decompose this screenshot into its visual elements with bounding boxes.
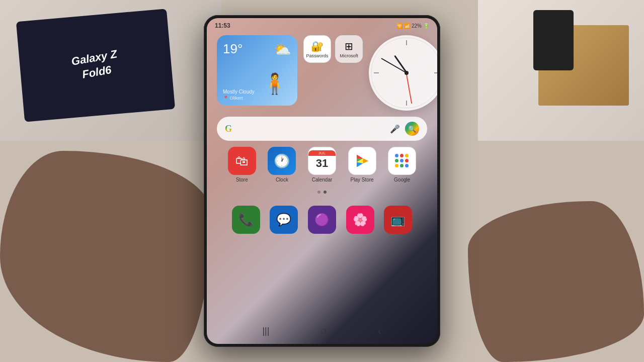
phone-outer-frame: 11:53 🛜 📶 22% 🔋 19° ⛅ 🧍 Mo: [204, 15, 440, 347]
page-dot-1[interactable]: [317, 191, 320, 194]
clock-app[interactable]: 🕐 Clock: [264, 147, 300, 183]
google-app[interactable]: Google: [384, 147, 420, 183]
petal-app[interactable]: 🌸: [342, 206, 378, 234]
recents-nav-icon[interactable]: |||: [262, 326, 269, 336]
gdot-9: [405, 164, 409, 167]
small-widget-row: 🔐 Passwords ⊞ Microsoft: [303, 35, 363, 63]
phone-app[interactable]: 📞: [228, 206, 264, 234]
gdot-7: [395, 164, 398, 167]
clock-app-label: Clock: [276, 177, 288, 183]
left-hand: [0, 151, 211, 362]
gdot-2: [400, 154, 404, 157]
gdot-8: [400, 164, 404, 167]
playstore-icon-svg: [355, 153, 370, 168]
store-app-label: Store: [236, 177, 248, 183]
weather-description: Mostly Cloudy: [223, 89, 255, 95]
phone-screen: 11:53 🛜 📶 22% 🔋 19° ⛅ 🧍 Mo: [207, 18, 437, 344]
search-input[interactable]: [237, 124, 385, 133]
weather-widget[interactable]: 19° ⛅ 🧍 Mostly Cloudy 📍 Olikert: [217, 35, 297, 106]
page-dot-2[interactable]: [324, 191, 327, 194]
store-icon-glyph: 🛍: [235, 153, 249, 169]
gdot-6: [405, 159, 409, 162]
home-content: 19° ⛅ 🧍 Mostly Cloudy 📍 Olikert 🔐: [207, 31, 437, 320]
playstore-app-icon[interactable]: [348, 147, 376, 175]
messages-app[interactable]: 💬: [266, 206, 302, 234]
clock-face-svg: [369, 35, 437, 111]
signal-icon: 📶: [404, 23, 410, 29]
page-dots: [217, 189, 427, 196]
analog-clock: [369, 35, 437, 111]
microsoft-app-label: Microsoft: [340, 53, 358, 58]
phone-device: 11:53 🛜 📶 22% 🔋 19° ⛅ 🧍 Mo: [204, 15, 440, 347]
charger-block: [533, 10, 574, 70]
google-lens-icon[interactable]: 🔍: [405, 122, 419, 136]
clock-icon-glyph: 🕐: [274, 153, 290, 169]
status-icons: 🛜 📶 22% 🔋: [396, 23, 429, 29]
google-dots-grid: [395, 154, 409, 168]
clock-center-dot: [405, 71, 409, 75]
right-hand: [468, 201, 644, 362]
gdot-1: [395, 154, 398, 157]
home-nav-icon[interactable]: ○: [320, 324, 327, 337]
status-bar: 11:53 🛜 📶 22% 🔋: [207, 18, 437, 31]
screenrecord-app-icon[interactable]: 📺: [384, 206, 412, 234]
store-app-icon[interactable]: 🛍: [228, 147, 256, 175]
google-app-icon[interactable]: [388, 147, 416, 175]
calendar-app[interactable]: JUL 31 Calendar: [304, 147, 340, 183]
microphone-icon[interactable]: 🎤: [390, 124, 400, 134]
gdot-3: [405, 154, 409, 157]
playstore-app-label: Play Store: [351, 177, 374, 183]
playstore-app[interactable]: Play Store: [344, 147, 380, 183]
weather-cloud-icon: ⛅: [274, 41, 291, 58]
microsoft-app-icon[interactable]: ⊞ Microsoft: [335, 35, 363, 63]
phone-icon-glyph: 📞: [238, 213, 254, 227]
petal-icon-glyph: 🌸: [353, 213, 368, 227]
google-search-bar[interactable]: G 🎤 🔍: [217, 117, 427, 141]
small-widgets-column: 🔐 Passwords ⊞ Microsoft: [303, 35, 363, 63]
teams-app-icon[interactable]: 🟣: [308, 206, 336, 234]
weather-location: 📍 Olikert: [223, 96, 243, 101]
clock-widget[interactable]: [369, 35, 437, 111]
teams-icon-glyph: 🟣: [314, 213, 330, 227]
widgets-row: 19° ⛅ 🧍 Mostly Cloudy 📍 Olikert 🔐: [217, 35, 427, 111]
main-app-grid: 🛍 Store 🕐 Clock JUL 31: [217, 147, 427, 183]
gdot-5: [400, 159, 404, 162]
status-time: 11:53: [215, 22, 230, 29]
battery-icon: 🔋: [423, 23, 429, 29]
back-nav-icon[interactable]: ‹: [378, 324, 382, 338]
battery-text: 22%: [412, 23, 422, 29]
screenrecord-app[interactable]: 📺: [380, 206, 416, 234]
messages-icon-glyph: 💬: [276, 213, 291, 227]
passwords-icon-glyph: 🔐: [311, 40, 324, 52]
petal-app-icon[interactable]: 🌸: [346, 206, 374, 234]
google-g-icon: G: [225, 124, 232, 134]
calendar-month-strip: JUL: [308, 150, 336, 156]
teams-app[interactable]: 🟣: [304, 206, 340, 234]
galaxy-box-label: Galaxy ZFold6: [70, 47, 121, 83]
galaxy-box: Galaxy ZFold6: [16, 9, 175, 122]
weather-figure-icon: 🧍: [262, 72, 287, 96]
calendar-app-label: Calendar: [312, 177, 333, 183]
wifi-icon: 🛜: [396, 23, 403, 29]
gdot-4: [395, 159, 398, 162]
google-app-label: Google: [394, 177, 410, 183]
clock-app-icon[interactable]: 🕐: [268, 147, 296, 175]
passwords-app-label: Passwords: [306, 53, 328, 58]
phone-app-icon[interactable]: 📞: [232, 206, 260, 234]
messages-app-icon[interactable]: 💬: [270, 206, 298, 234]
passwords-app-icon[interactable]: 🔐 Passwords: [303, 35, 331, 63]
dock-row: 📞 💬 🟣 🌸: [217, 202, 427, 239]
nav-bar: ||| ○ ‹: [207, 320, 437, 344]
calendar-app-icon[interactable]: JUL 31: [308, 147, 336, 175]
store-app[interactable]: 🛍 Store: [224, 147, 260, 183]
screenrecord-icon-glyph: 📺: [390, 213, 406, 227]
microsoft-icon-glyph: ⊞: [345, 40, 353, 52]
calendar-date-number: 31: [316, 156, 328, 171]
